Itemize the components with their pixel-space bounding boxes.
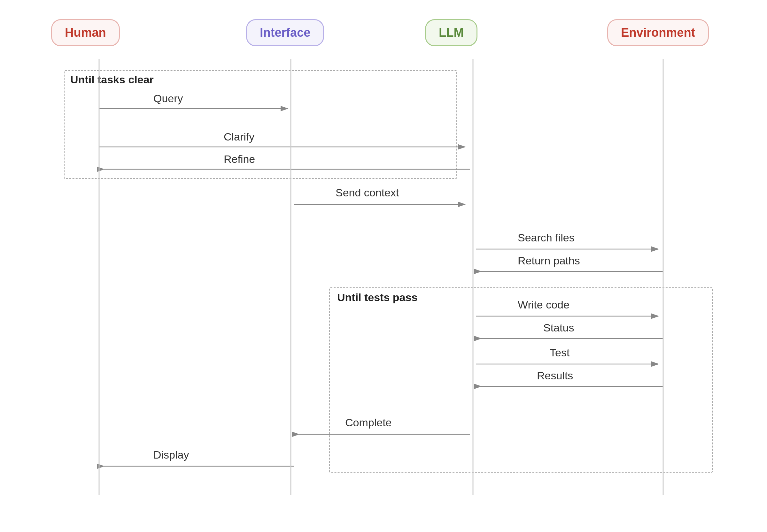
loop-tasks-clear <box>64 70 457 179</box>
actor-environment-label: Environment <box>621 26 695 39</box>
actor-llm: LLM <box>425 19 477 46</box>
loop-tests-pass-label: Until tests pass <box>337 291 417 304</box>
svg-text:Search files: Search files <box>518 232 574 244</box>
svg-text:Return paths: Return paths <box>518 255 580 267</box>
svg-text:Display: Display <box>153 449 189 461</box>
actor-interface: Interface <box>246 19 324 46</box>
actor-environment: Environment <box>607 19 709 46</box>
actor-interface-label: Interface <box>260 26 310 39</box>
actor-llm-label: LLM <box>439 26 464 39</box>
actor-human: Human <box>51 19 120 46</box>
actor-human-label: Human <box>65 26 106 39</box>
loop-tests-pass <box>329 287 713 473</box>
loop-tasks-clear-label: Until tasks clear <box>70 73 154 86</box>
sequence-diagram: Human Interface LLM Environment Until ta… <box>0 0 767 532</box>
svg-text:Send context: Send context <box>336 186 399 199</box>
